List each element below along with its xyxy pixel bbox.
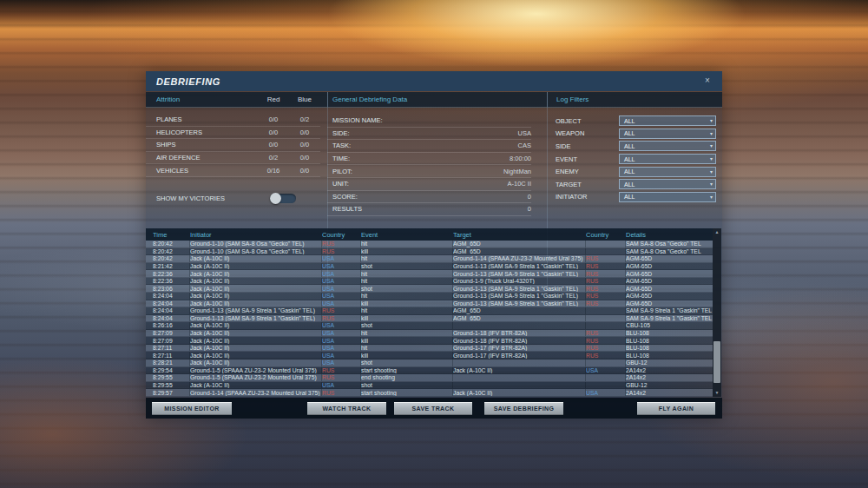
log-cell: kill: [361, 300, 453, 307]
filter-row: TARGETALL▾: [547, 178, 722, 191]
log-row[interactable]: 8:20:42Ground-1-10 (SAM SA-8 Osa "Gecko"…: [146, 241, 713, 248]
log-cell: kill: [361, 248, 453, 255]
log-cell: CBU-105: [626, 322, 713, 329]
log-row[interactable]: 8:29:55Ground-1-5 (SPAAA ZU-23-2 Mounted…: [146, 374, 713, 382]
log-row[interactable]: 8:24:04Ground-1-13 (SAM SA-9 Strela 1 "G…: [146, 315, 713, 323]
log-cell: RUS: [586, 345, 626, 352]
log-cell: Jack (A-10C II): [190, 322, 322, 329]
watch-track-button[interactable]: WATCH TRACK: [306, 401, 387, 416]
log-cell: Jack (A-10C II): [190, 330, 322, 337]
log-cell: Jack (A-10C II): [453, 389, 586, 396]
log-row[interactable]: 8:27:09Jack (A-10C II)USAkillGround-1-18…: [146, 337, 713, 345]
general-data-row: TIME:8:00:00: [327, 153, 531, 166]
log-cell: hit: [361, 293, 453, 300]
log-row[interactable]: 8:29:54Ground-1-5 (SPAAA ZU-23-2 Mounted…: [146, 367, 713, 375]
chevron-down-icon: ▾: [710, 117, 713, 123]
log-cell: 8:29:55: [153, 374, 190, 381]
scrollbar-thumb[interactable]: [713, 341, 720, 383]
log-cell: Ground-1-13 (SAM SA-9 Strela 1 "Gaskin" …: [453, 300, 586, 307]
log-row[interactable]: 8:20:42Jack (A-10C II)USAhitGround-1-14 …: [146, 255, 713, 263]
log-scrollbar[interactable]: ▲ ▼: [713, 228, 721, 397]
filter-enemy-dropdown[interactable]: ALL▾: [619, 167, 716, 177]
log-row[interactable]: 8:24:04Jack (A-10C II)USAhitGround-1-13 …: [146, 293, 713, 300]
dropdown-value: ALL: [624, 118, 635, 124]
general-data-value: 0: [528, 193, 531, 201]
log-row[interactable]: 8:22:36Jack (A-10C II)USAhitGround-1-9 (…: [146, 278, 713, 286]
log-cell: Ground-1-14 (SPAAA ZU-23-2 Mounted Ural …: [190, 389, 322, 396]
log-row[interactable]: 8:20:42Ground-1-10 (SAM SA-8 Osa "Gecko"…: [146, 248, 713, 256]
log-cell: USA: [322, 263, 361, 270]
log-row[interactable]: 8:22:36Jack (A-10C II)USAhitGround-1-13 …: [146, 270, 713, 278]
log-row[interactable]: 8:21:42Jack (A-10C II)USAshotGround-1-13…: [146, 263, 713, 271]
log-cell: Jack (A-10C II): [190, 352, 322, 359]
log-cell: RUS: [586, 337, 626, 344]
save-track-button[interactable]: SAVE TRACK: [393, 401, 473, 416]
log-cell: Ground-1-18 (IFV BTR-82A): [453, 330, 586, 337]
log-cell: 8:22:36: [153, 278, 190, 285]
filter-initiator-dropdown[interactable]: ALL▾: [619, 192, 716, 202]
filter-object-dropdown[interactable]: ALL▾: [619, 115, 716, 126]
log-cell: [586, 241, 626, 247]
filter-side-dropdown[interactable]: ALL▾: [619, 141, 716, 151]
log-cell: 8:27:09: [153, 330, 190, 337]
log-cell: USA: [322, 278, 361, 285]
filter-target-dropdown[interactable]: ALL▾: [619, 179, 716, 189]
general-data-title: General Debriefing Data: [328, 96, 407, 103]
log-cell: Ground-1-10 (SAM SA-8 Osa "Gecko" TEL): [190, 248, 322, 255]
filter-label: SIDE: [556, 142, 619, 150]
log-cell: RUS: [586, 352, 626, 359]
log-cell: GBU-12: [626, 382, 713, 389]
log-row[interactable]: 8:29:57Ground-1-14 (SPAAA ZU-23-2 Mounte…: [146, 389, 713, 397]
log-cell: RUS: [586, 270, 626, 277]
scroll-down-icon[interactable]: ▼: [713, 389, 721, 397]
footer-bar: MISSION EDITORWATCH TRACKSAVE TRACKSAVE …: [146, 398, 722, 419]
show-my-victories-toggle[interactable]: [270, 193, 296, 204]
log-cell: USA: [322, 322, 361, 329]
log-cell: Jack (A-10C II): [190, 278, 322, 285]
log-row[interactable]: 8:26:16Jack (A-10C II)USAshotCBU-105: [146, 322, 713, 330]
log-row[interactable]: 8:27:11Jack (A-10C II)USAkillGround-1-17…: [146, 352, 713, 359]
attrition-row: AIR DEFENCE0/20/0: [146, 152, 320, 165]
close-icon[interactable]: ×: [700, 74, 714, 88]
log-cell: [453, 322, 586, 329]
log-cell: RUS: [586, 330, 626, 337]
log-cell: 8:23:06: [153, 285, 190, 292]
attrition-blue-value: 0/0: [289, 154, 320, 162]
chevron-down-icon: ▾: [710, 142, 713, 148]
general-data-label: MISSION NAME:: [332, 116, 383, 124]
general-data-label: PILOT:: [332, 168, 352, 175]
log-cell: shot: [361, 359, 453, 366]
general-data-row: TASK:CAS: [327, 140, 531, 153]
filter-event-dropdown[interactable]: ALL▾: [619, 154, 716, 164]
log-cell: Jack (A-10C II): [190, 337, 322, 344]
log-row[interactable]: 8:24:04Ground-1-13 (SAM SA-9 Strela 1 "G…: [146, 307, 713, 315]
filter-label: ENEMY: [556, 168, 619, 175]
attrition-title: Attrition: [146, 96, 258, 103]
log-row[interactable]: 8:24:04Jack (A-10C II)USAkillGround-1-13…: [146, 300, 713, 308]
mission-editor-button[interactable]: MISSION EDITOR: [151, 401, 233, 416]
log-cell: 2A14x2: [626, 374, 713, 381]
log-row[interactable]: 8:23:06Jack (A-10C II)USAshotGround-1-13…: [146, 285, 713, 293]
log-cell: 8:20:42: [153, 248, 190, 255]
filter-label: TARGET: [556, 181, 619, 188]
log-cell: AGM-65D: [626, 300, 713, 307]
log-row[interactable]: 8:27:09Jack (A-10C II)USAhitGround-1-18 …: [146, 330, 713, 338]
log-cell: AGM-65D: [626, 285, 713, 292]
general-data-row: RESULTS0: [327, 203, 531, 216]
log-cell: Ground-1-9 (Truck Ural-4320T): [453, 278, 586, 285]
log-row[interactable]: 8:29:55Jack (A-10C II)USAshotGBU-12: [146, 382, 713, 390]
fly-again-button[interactable]: FLY AGAIN: [636, 401, 716, 416]
log-cell: [453, 374, 586, 381]
log-cell: kill: [361, 352, 453, 359]
scroll-up-icon[interactable]: ▲: [713, 228, 721, 236]
log-row[interactable]: 8:27:11Jack (A-10C II)USAhitGround-1-17 …: [146, 345, 713, 353]
save-debriefing-button[interactable]: SAVE DEBRIEFING: [483, 401, 564, 416]
attrition-row-label: SHIPS: [156, 141, 258, 148]
log-cell: USA: [586, 389, 626, 396]
log-cell: Ground-1-17 (IFV BTR-82A): [453, 352, 586, 359]
log-column-header: Target: [453, 231, 586, 239]
log-column-header: Country: [586, 231, 626, 239]
log-row[interactable]: 8:28:21Jack (A-10C II)USAshotGBU-12: [146, 359, 713, 367]
filter-weapon-dropdown[interactable]: ALL▾: [619, 129, 716, 139]
log-cell: USA: [322, 352, 361, 359]
